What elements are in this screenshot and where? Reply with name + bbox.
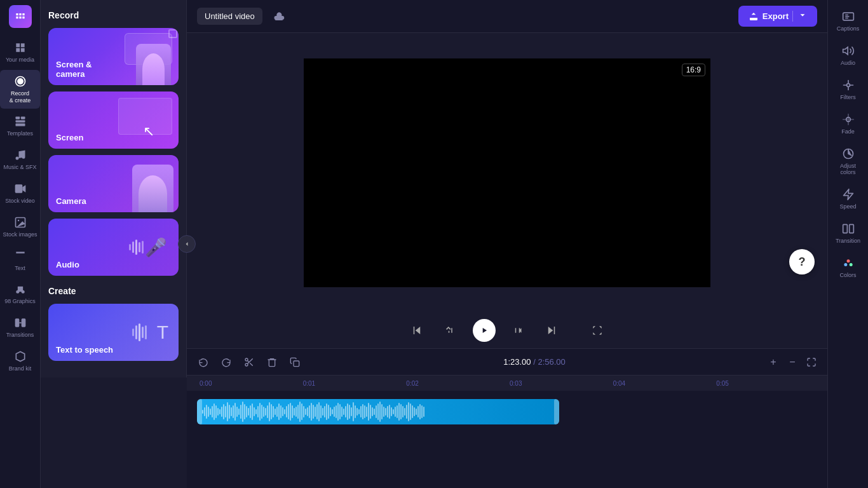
- sidebar-item-your-media[interactable]: Your media: [0, 36, 40, 69]
- svg-rect-2: [15, 117, 20, 119]
- export-button[interactable]: Export: [738, 6, 817, 27]
- sidebar-item-brand-kit[interactable]: Brand kit: [0, 345, 40, 377]
- svg-rect-11: [15, 319, 19, 327]
- zoom-in-button[interactable]: +: [765, 354, 782, 370]
- copy-button[interactable]: [286, 353, 304, 371]
- right-panel-colors[interactable]: Colors: [828, 252, 868, 283]
- audio-track-row: [197, 396, 817, 428]
- rewind-5s-button[interactable]: [440, 320, 460, 341]
- svg-rect-19: [849, 224, 853, 233]
- screen-card[interactable]: ↖ Screen: [48, 92, 179, 149]
- zoom-controls: + −: [765, 354, 820, 370]
- svg-point-22: [844, 263, 847, 266]
- project-title-tab[interactable]: Untitled video: [197, 8, 262, 25]
- left-sidebar: Your media Record& create Templates Musi…: [0, 0, 41, 488]
- ruler-mark-3: 0:03: [507, 380, 611, 387]
- camera-card[interactable]: Camera: [48, 155, 179, 212]
- right-panel-captions[interactable]: Captions: [828, 5, 868, 37]
- fullscreen-button[interactable]: [587, 320, 607, 341]
- svg-rect-3: [20, 117, 25, 119]
- create-section-title: Create: [48, 286, 179, 296]
- svg-rect-12: [21, 319, 25, 327]
- ruler-mark-2: 0:02: [403, 380, 507, 387]
- expand-timeline-button[interactable]: [803, 354, 820, 370]
- screen-camera-label: Screen &camera: [56, 60, 92, 79]
- timeline-area: 1:23.00 / 2:56.00 + − 0:00 0:01 0:02 0:0…: [187, 348, 827, 488]
- sidebar-item-music-sfx[interactable]: Music & SFX: [0, 144, 40, 176]
- timeline-ruler: 0:00 0:01 0:02 0:03 0:04 0:05: [187, 376, 827, 391]
- svg-point-8: [17, 220, 18, 222]
- ruler-marks: 0:00 0:01 0:02 0:03 0:04 0:05: [197, 380, 817, 387]
- svg-point-0: [17, 78, 24, 85]
- cut-button[interactable]: [240, 353, 258, 371]
- app-logo[interactable]: [9, 5, 32, 28]
- track-handle-right[interactable]: [554, 399, 559, 424]
- undo-button[interactable]: [194, 353, 212, 371]
- forward-5s-button[interactable]: [508, 320, 529, 341]
- audio-track[interactable]: [197, 399, 559, 424]
- svg-rect-6: [15, 184, 22, 193]
- right-panel-speed[interactable]: Speed: [828, 183, 868, 215]
- record-create-panel: Record Screen &camera ↖ Screen: [41, 0, 187, 377]
- text-to-speech-label: Text to speech: [56, 345, 113, 355]
- camera-label: Camera: [56, 196, 86, 206]
- sidebar-item-stock-images[interactable]: Stock images: [0, 211, 40, 243]
- text-to-speech-card[interactable]: T Text to speech: [48, 304, 179, 361]
- play-button[interactable]: [473, 319, 496, 342]
- sidebar-item-stock-video[interactable]: Stock video: [0, 177, 40, 210]
- help-button[interactable]: ?: [789, 249, 815, 274]
- ruler-mark-4: 0:04: [611, 380, 714, 387]
- svg-rect-18: [843, 224, 847, 233]
- skip-to-end-button[interactable]: [541, 320, 562, 341]
- total-time: 2:56.00: [538, 357, 565, 367]
- save-to-cloud-button[interactable]: [270, 8, 288, 25]
- ruler-mark-1: 0:01: [301, 380, 404, 387]
- right-panel-fade[interactable]: Fade: [828, 108, 868, 140]
- timeline-time-display: 1:23.00 / 2:56.00: [309, 357, 760, 367]
- sidebar-item-graphics[interactable]: 98 Graphics: [0, 278, 40, 310]
- svg-rect-13: [294, 361, 299, 367]
- timeline-tracks: [187, 391, 827, 488]
- sidebar-item-transitions[interactable]: Transitions: [0, 311, 40, 344]
- screen-label: Screen: [56, 133, 83, 142]
- sidebar-item-record-create[interactable]: Record& create: [0, 70, 40, 109]
- audio-card[interactable]: 🎤 Audio: [48, 219, 179, 276]
- svg-point-21: [849, 263, 852, 266]
- video-canvas: 16:9: [304, 58, 710, 287]
- collapse-panel-button[interactable]: [178, 235, 196, 253]
- right-panel: Captions Audio Filters Fade Adjustcolors…: [827, 0, 868, 488]
- audio-label: Audio: [56, 260, 79, 269]
- sidebar-item-templates[interactable]: Templates: [0, 110, 40, 142]
- right-panel-transition[interactable]: Transition: [828, 217, 868, 249]
- svg-rect-4: [15, 121, 25, 123]
- skip-to-start-button[interactable]: [407, 320, 427, 341]
- ruler-mark-5: 0:05: [714, 380, 817, 387]
- redo-button[interactable]: [217, 353, 235, 371]
- ruler-mark-0: 0:00: [197, 380, 301, 387]
- screen-camera-card[interactable]: Screen &camera: [48, 28, 179, 85]
- svg-point-20: [846, 259, 850, 262]
- record-section-title: Record: [48, 10, 179, 20]
- waveform-visualization: [197, 399, 559, 424]
- timeline-toolbar: 1:23.00 / 2:56.00 + −: [187, 349, 827, 376]
- playback-controls: [187, 313, 827, 348]
- delete-button[interactable]: [263, 353, 281, 371]
- zoom-out-button[interactable]: −: [784, 354, 801, 370]
- main-area: Untitled video Export 16:9 ?: [187, 0, 827, 488]
- right-panel-filters[interactable]: Filters: [828, 74, 868, 105]
- right-panel-adjust-colors[interactable]: Adjustcolors: [828, 142, 868, 180]
- right-panel-audio[interactable]: Audio: [828, 39, 868, 71]
- current-time: 1:23.00: [503, 357, 531, 367]
- sidebar-item-text[interactable]: Text: [0, 245, 40, 277]
- top-bar: Untitled video Export: [187, 0, 827, 33]
- video-preview-area: 16:9 ?: [187, 33, 827, 313]
- svg-rect-5: [15, 124, 25, 126]
- aspect-ratio-badge: 16:9: [682, 64, 705, 76]
